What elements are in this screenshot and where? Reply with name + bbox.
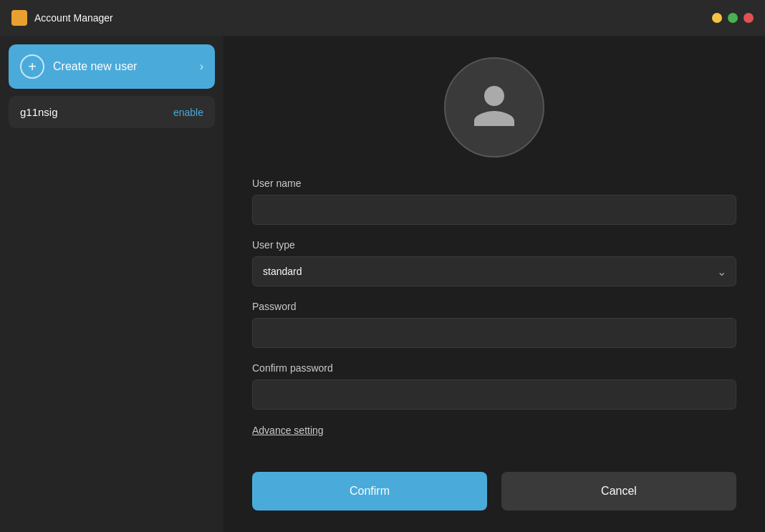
create-new-user-label: Create new user bbox=[53, 60, 137, 73]
avatar-container bbox=[444, 57, 544, 158]
confirm-password-group: Confirm password bbox=[252, 362, 736, 410]
usertype-group: User type standard administrator guest ⌄ bbox=[252, 239, 736, 286]
advance-setting-container: Advance setting bbox=[252, 424, 736, 450]
main-layout: + Create new user › g11nsig enable bbox=[0, 36, 765, 532]
create-user-form: User name User type standard administrat… bbox=[252, 178, 736, 465]
app-title: Account Manager bbox=[34, 12, 113, 24]
create-new-user-left: + Create new user bbox=[20, 54, 137, 79]
form-buttons: Confirm Cancel bbox=[252, 472, 736, 511]
app-icon bbox=[11, 10, 27, 26]
chevron-right-icon: › bbox=[200, 60, 203, 73]
confirm-password-label: Confirm password bbox=[252, 362, 736, 374]
content-area: User name User type standard administrat… bbox=[223, 36, 765, 532]
create-new-user-button[interactable]: + Create new user › bbox=[9, 44, 215, 89]
close-button[interactable] bbox=[744, 13, 754, 23]
username-label: User name bbox=[252, 178, 736, 189]
user-name-label: g11nsig bbox=[20, 106, 58, 118]
maximize-button[interactable] bbox=[728, 13, 738, 23]
user-list-item[interactable]: g11nsig enable bbox=[9, 96, 215, 128]
avatar bbox=[444, 57, 544, 158]
usertype-label: User type bbox=[252, 239, 736, 251]
window-controls bbox=[712, 13, 754, 23]
password-group: Password bbox=[252, 301, 736, 348]
minimize-button[interactable] bbox=[712, 13, 722, 23]
confirm-button[interactable]: Confirm bbox=[252, 472, 487, 511]
sidebar: + Create new user › g11nsig enable bbox=[0, 36, 223, 532]
usertype-select-wrapper: standard administrator guest ⌄ bbox=[252, 256, 736, 286]
password-label: Password bbox=[252, 301, 736, 312]
username-input[interactable] bbox=[252, 195, 736, 225]
confirm-password-input[interactable] bbox=[252, 379, 736, 410]
enable-link[interactable]: enable bbox=[173, 107, 203, 118]
username-group: User name bbox=[252, 178, 736, 225]
plus-icon: + bbox=[20, 54, 44, 79]
advance-setting-link[interactable]: Advance setting bbox=[252, 425, 324, 436]
password-input[interactable] bbox=[252, 318, 736, 348]
title-bar: Account Manager bbox=[0, 0, 765, 36]
cancel-button[interactable]: Cancel bbox=[501, 472, 736, 511]
title-bar-left: Account Manager bbox=[11, 10, 113, 26]
user-avatar-icon bbox=[469, 81, 519, 134]
usertype-select[interactable]: standard administrator guest bbox=[252, 256, 736, 286]
